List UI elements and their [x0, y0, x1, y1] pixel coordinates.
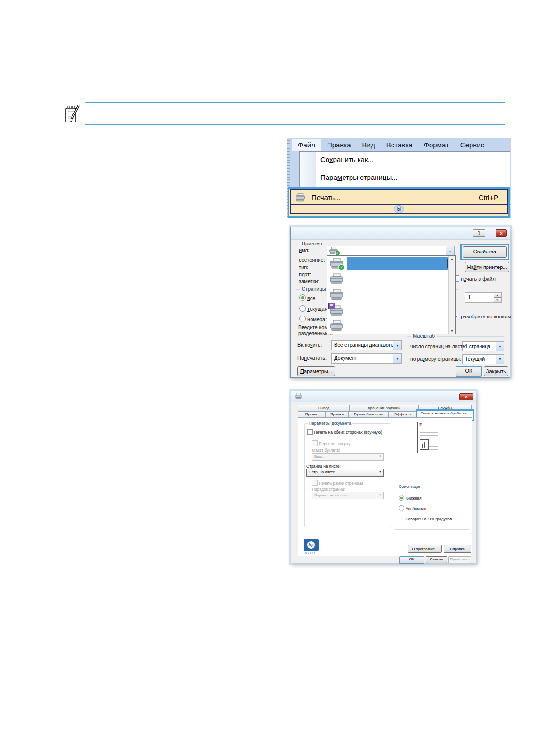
page-order-select: Вправо, затем вниз▼: [312, 492, 384, 499]
menu-expand-chevron[interactable]: [290, 204, 508, 214]
printer-list-item[interactable]: [327, 318, 449, 333]
ok-button[interactable]: ОК: [456, 366, 482, 377]
tab-shortcuts[interactable]: Ярлыки: [326, 411, 348, 417]
menu-file[interactable]: Файл: [292, 139, 321, 151]
about-button[interactable]: О программе...: [408, 545, 442, 553]
rotate-180-checkbox[interactable]: Поворот на 180 градусов: [399, 516, 452, 521]
preview-chart-icon: [420, 439, 429, 450]
radio-page-numbers[interactable]: номера:: [299, 316, 327, 322]
printer-list-item[interactable]: [327, 302, 449, 318]
menu-item-print-label: Печать...: [312, 194, 341, 202]
help-button[interactable]: Справка: [444, 545, 471, 553]
scroll-up-icon[interactable]: ▲: [449, 256, 455, 262]
copies-stepper[interactable]: ▲▼: [494, 293, 501, 302]
radio-icon: [299, 316, 306, 322]
printer-list-scrollbar[interactable]: ▲ ▼: [448, 256, 455, 334]
pages-per-sheet-label: Страниц на листе:: [306, 464, 341, 469]
tab-paper-quality[interactable]: Бумага/качество: [348, 411, 389, 417]
printer-list-item-selected[interactable]: ✓: [327, 256, 449, 271]
menu-item-save-as[interactable]: Сохранить как...: [320, 155, 374, 163]
print-dialog: ? x Принтер имя: состояние: тип: порт: з…: [290, 227, 510, 378]
radio-icon: [399, 505, 404, 511]
tab-effects[interactable]: Эффекты: [389, 411, 417, 417]
file-menu-screenshot: Файл Правка Вид Вставка Формат Сервис Со…: [287, 138, 511, 218]
properties-titlebar: x: [291, 391, 476, 402]
ok-button[interactable]: ОК: [399, 556, 424, 564]
checkbox-icon: [399, 516, 404, 521]
options-button[interactable]: Параметры...: [297, 366, 335, 376]
copies-field: ▲▼: [465, 292, 502, 303]
booklet-layout-label: Макет буклета:: [312, 448, 340, 453]
pages-per-sheet-select[interactable]: 1 стр. на листе▼: [306, 469, 384, 477]
tab-finishing[interactable]: Окончательная обработка: [417, 411, 470, 417]
print-what-label: Напечатать:: [297, 355, 327, 361]
chevron-down-icon: [394, 205, 404, 213]
pages-per-sheet-value: 1 стр. на листе: [309, 470, 335, 474]
close-icon[interactable]: x: [496, 229, 507, 237]
print-shortcut: Ctrl+P: [479, 194, 498, 202]
pages-per-sheet-combobox[interactable]: 1 страница ▼: [462, 341, 504, 351]
file-menu-dropdown: Сохранить как... Параметры страницы...: [299, 151, 510, 188]
pages-group-label: Страницы: [300, 286, 328, 292]
combo-arrow-icon[interactable]: ▼: [393, 341, 401, 350]
manual-page: Файл Правка Вид Вставка Формат Сервис Со…: [0, 0, 560, 746]
printer-name-combobox[interactable]: ✓ ▼: [327, 246, 455, 256]
menu-separator: [318, 170, 508, 170]
close-icon[interactable]: x: [459, 393, 473, 400]
landscape-radio[interactable]: Альбомная: [399, 505, 426, 511]
scale-to-paper-value: Текущий: [465, 356, 485, 362]
help-button[interactable]: ?: [473, 229, 485, 237]
checkbox-icon: [307, 429, 313, 435]
close-button[interactable]: Закрыть: [484, 366, 508, 376]
print-to-file-checkbox[interactable]: печать в файл: [453, 275, 496, 282]
pages-per-sheet-label: число страниц на листе:: [410, 343, 466, 349]
printer-list-item[interactable]: [327, 287, 449, 302]
properties-button[interactable]: Свойства: [463, 246, 507, 258]
printer-icon: [329, 273, 344, 285]
menu-item-page-setup[interactable]: Параметры страницы...: [320, 173, 398, 181]
spin-down-icon[interactable]: ▼: [494, 298, 501, 302]
page-order-value: Вправо, затем вниз: [314, 493, 348, 497]
note-bottom-rule: [85, 124, 505, 125]
print-what-combobox[interactable]: Документ ▼: [331, 353, 402, 364]
collate-checkbox[interactable]: ✓ разобрать по копиям: [453, 314, 511, 321]
printer-ready-icon: ✓: [338, 264, 344, 270]
printer-list-item[interactable]: [327, 271, 449, 287]
menu-view[interactable]: Вид: [357, 139, 381, 151]
radio-icon: [399, 495, 404, 501]
duplex-label: Печать на обеих сторонах (вручную): [314, 430, 382, 435]
tab-job-storage[interactable]: Хранение заданий: [350, 405, 418, 411]
radio-all-pages[interactable]: все: [299, 294, 315, 301]
printer-icon: [329, 320, 344, 332]
spin-up-icon[interactable]: ▲: [494, 293, 501, 298]
printer-icon: [294, 393, 303, 400]
printer-properties-dialog: x Вывод Хранение заданий Службы Прочие Я…: [291, 391, 476, 563]
pages-per-sheet-value: 1 страница: [465, 343, 490, 349]
hp-logo: hp: [304, 539, 319, 551]
menu-format[interactable]: Формат: [418, 139, 454, 151]
radio-current-page[interactable]: текущая: [299, 305, 328, 312]
combo-arrow-icon[interactable]: ▼: [393, 354, 401, 363]
find-printer-button[interactable]: Найти принтер...: [465, 262, 509, 272]
combo-arrow-icon[interactable]: ▼: [446, 246, 454, 256]
menu-edit[interactable]: Правка: [321, 139, 357, 151]
radio-icon: [299, 294, 306, 301]
menu-insert[interactable]: Вставка: [381, 139, 418, 151]
cancel-button[interactable]: Отмена: [426, 556, 447, 563]
tab-advanced[interactable]: Прочие: [298, 411, 326, 417]
combo-arrow-icon[interactable]: ▼: [496, 342, 504, 351]
menu-tools[interactable]: Сервис: [455, 139, 490, 151]
print-dialog-titlebar: ? x: [291, 227, 510, 240]
scale-to-paper-combobox[interactable]: Текущий ▼: [462, 354, 504, 364]
include-combobox[interactable]: Все страницы диапазона ▼: [331, 340, 402, 350]
portrait-radio[interactable]: Книжная: [399, 495, 421, 501]
duplex-checkbox[interactable]: Печать на обеих сторонах (вручную): [307, 429, 382, 435]
scroll-down-icon[interactable]: ▼: [449, 328, 455, 334]
menu-item-print[interactable]: Печать... Ctrl+P: [290, 189, 508, 205]
radio-icon: [299, 305, 306, 312]
copies-input[interactable]: [466, 293, 492, 301]
flip-pages-checkbox: Переплет сверху: [312, 440, 350, 446]
tab-output[interactable]: Вывод: [298, 405, 350, 411]
combo-arrow-icon[interactable]: ▼: [496, 355, 504, 364]
portrait-label: Книжная: [405, 496, 421, 501]
